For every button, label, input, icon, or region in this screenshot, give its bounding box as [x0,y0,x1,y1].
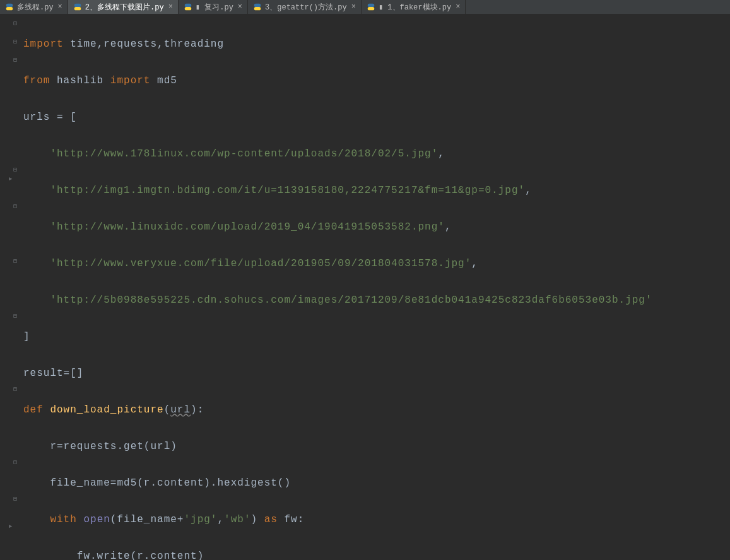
code-editor[interactable]: ⊟ ⊟ ⊟ ⊟ ▶ ⊟ ⊟ ⊟ ⊟ ⊟ ⊟ ▶ import time,requ… [0,15,730,560]
code-line[interactable]: 'http://5b0988e595225.cdn.sohucs.com/ima… [23,291,730,310]
svg-rect-4 [185,4,192,7]
python-file-icon [253,3,262,11]
svg-rect-1 [6,7,13,10]
svg-rect-7 [254,7,261,10]
tab-3[interactable]: 3、getattr()方法.py × [248,0,362,14]
python-file-icon [5,3,14,11]
gutter: ⊟ ⊟ ⊟ ⊟ ▶ ⊟ ⊟ ⊟ ⊟ ⊟ ⊟ ▶ [0,17,21,560]
fold-icon[interactable]: ⊟ [13,458,17,466]
editor-tabs: 多线程.py × 2、多线程下载图片.py × ▮ 复习.py × 3、geta… [0,0,730,15]
close-icon[interactable]: × [456,3,460,11]
code-line[interactable]: from hashlib import md5 [23,72,730,90]
fold-icon[interactable]: ⊟ [13,56,17,64]
code-area[interactable]: import time,requests,threading from hash… [0,17,730,560]
fold-icon[interactable]: ⊟ [13,166,17,173]
svg-rect-8 [368,4,375,7]
code-line[interactable]: result=[] [23,365,730,383]
python-file-icon [367,3,375,11]
code-line[interactable]: file_name=md5(r.content).hexdigest() [23,474,730,493]
svg-rect-0 [6,4,13,7]
tab-label: 3、getattr()方法.py [265,2,347,13]
code-line[interactable]: def down_load_picture(url): [23,401,730,419]
tab-label: 2、多线程下载图片.py [85,2,164,13]
fold-icon[interactable]: ⊟ [13,202,17,210]
fold-icon[interactable]: ⊟ [13,312,17,320]
gutter-arrow-icon[interactable]: ▶ [9,523,12,530]
code-line[interactable]: fw.write(r.content) [23,547,730,560]
code-line[interactable]: 'http://www.linuxidc.com/upload/2019_04/… [23,218,730,236]
code-line[interactable]: urls = [ [23,108,730,127]
code-line[interactable]: 'http://www.178linux.com/wp-content/uplo… [23,145,730,163]
code-line[interactable]: with open(file_name+'jpg','wb') as fw: [23,511,730,529]
code-line[interactable]: ] [23,328,730,346]
tab-label: ▮ 复习.py [196,2,233,13]
close-icon[interactable]: × [351,3,356,11]
tab-0[interactable]: 多线程.py × [0,0,68,14]
fold-icon[interactable]: ⊟ [13,385,17,393]
python-file-icon [73,3,82,11]
svg-rect-3 [74,7,81,10]
tab-label: 多线程.py [17,2,54,13]
fold-icon[interactable]: ⊟ [13,495,17,503]
fold-icon[interactable]: ⊟ [13,38,17,45]
code-line[interactable]: r=requests.get(url) [23,438,730,456]
svg-rect-2 [74,4,81,7]
tab-label: ▮ 1、faker模块.py [379,2,451,13]
fold-icon[interactable]: ⊟ [13,257,17,265]
svg-rect-5 [185,7,192,10]
code-line[interactable]: 'http://img1.imgtn.bdimg.com/it/u=113915… [23,182,730,200]
python-file-icon [184,3,192,11]
svg-rect-9 [368,7,375,10]
svg-rect-6 [254,4,261,7]
tab-1[interactable]: 2、多线程下载图片.py × [68,0,179,14]
code-line[interactable]: import time,requests,threading [23,35,730,54]
close-icon[interactable]: × [168,3,173,11]
close-icon[interactable]: × [58,3,62,11]
fold-icon[interactable]: ⊟ [13,20,17,27]
close-icon[interactable]: × [238,3,242,11]
code-line[interactable]: 'http://www.veryxue.com/file/upload/2019… [23,255,730,273]
gutter-arrow-icon[interactable]: ▶ [9,175,12,182]
tab-2[interactable]: ▮ 复习.py × [179,0,248,14]
tab-4[interactable]: ▮ 1、faker模块.py × [362,0,466,14]
